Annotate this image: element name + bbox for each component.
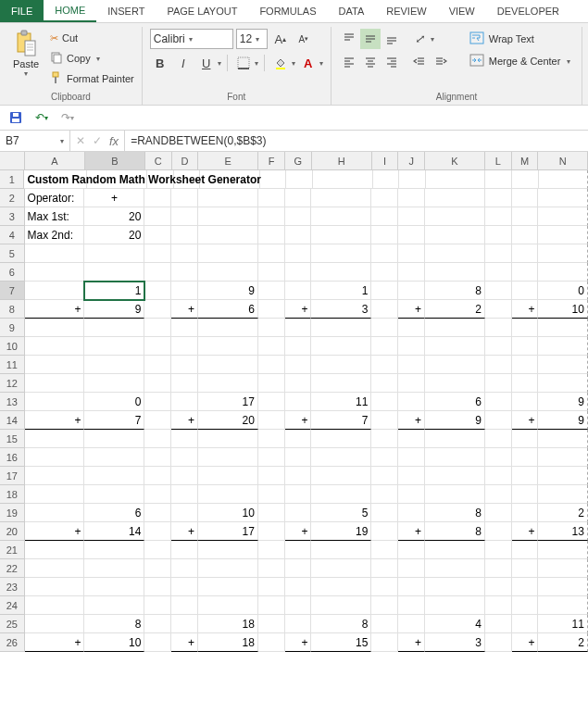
cell-D9[interactable] [171, 319, 198, 337]
col-header-D[interactable]: D [172, 152, 199, 170]
cell-J20[interactable]: + [398, 522, 425, 541]
cell-I1[interactable] [373, 170, 400, 189]
cell-L23[interactable] [485, 578, 512, 596]
cell-L9[interactable] [485, 319, 512, 337]
cell-D25[interactable] [171, 615, 198, 633]
cell-G15[interactable] [285, 430, 312, 448]
cell-A13[interactable] [25, 393, 85, 411]
cell-N12[interactable] [538, 374, 587, 393]
cell-F22[interactable] [258, 559, 285, 578]
cell-M2[interactable] [512, 189, 539, 207]
cell-B18[interactable] [84, 485, 144, 504]
col-header-C[interactable]: C [145, 152, 172, 170]
cell-C13[interactable] [144, 393, 171, 411]
cell-K13[interactable]: 6 [425, 393, 485, 411]
row-header-15[interactable]: 15 [0, 430, 25, 448]
col-header-G[interactable]: G [285, 152, 312, 170]
cell-E2[interactable] [198, 189, 258, 207]
cell-N22[interactable] [538, 559, 587, 578]
cell-N16[interactable] [538, 448, 587, 467]
cell-C2[interactable] [144, 189, 171, 207]
cell-L10[interactable] [485, 337, 512, 356]
cell-I17[interactable] [371, 467, 398, 485]
cell-I8[interactable] [371, 300, 398, 319]
tab-review[interactable]: REVIEW [375, 0, 437, 22]
cell-J3[interactable] [398, 207, 425, 226]
cell-K14[interactable]: 9 [425, 411, 485, 430]
cell-E20[interactable]: 17 [198, 522, 258, 541]
cell-G11[interactable] [285, 356, 312, 374]
cell-F12[interactable] [258, 374, 285, 393]
cell-E11[interactable] [198, 356, 258, 374]
cell-K17[interactable] [425, 467, 485, 485]
insert-function-button[interactable]: fx [109, 134, 119, 148]
align-center-button[interactable] [360, 52, 381, 72]
cell-M16[interactable] [512, 448, 539, 467]
cell-B13[interactable]: 0 [84, 393, 144, 411]
cell-M17[interactable] [512, 467, 539, 485]
cell-K6[interactable] [425, 263, 485, 282]
col-header-B[interactable]: B [85, 152, 145, 170]
cell-N1[interactable] [539, 170, 588, 189]
cell-N19[interactable]: 2 [538, 504, 587, 522]
row-header-10[interactable]: 10 [0, 337, 25, 356]
cell-H5[interactable] [311, 244, 371, 263]
cell-A24[interactable] [25, 596, 85, 615]
cell-F10[interactable] [258, 337, 285, 356]
cell-L6[interactable] [485, 263, 512, 282]
cell-A14[interactable]: + [25, 411, 85, 430]
cell-G16[interactable] [285, 448, 312, 467]
cell-K23[interactable] [425, 578, 485, 596]
cell-D3[interactable] [171, 207, 198, 226]
cell-A2[interactable]: Operator: [25, 189, 85, 207]
cell-N15[interactable] [538, 430, 587, 448]
cell-A17[interactable] [25, 467, 85, 485]
cell-B19[interactable]: 6 [84, 504, 144, 522]
cell-C6[interactable] [144, 263, 171, 282]
cell-K1[interactable] [426, 170, 485, 189]
col-header-M[interactable]: M [512, 152, 539, 170]
cell-H3[interactable] [311, 207, 371, 226]
chevron-down-icon[interactable]: ▾ [24, 69, 28, 78]
cell-E7[interactable]: 9 [198, 282, 258, 300]
cell-L22[interactable] [485, 559, 512, 578]
name-box[interactable]: B7▾ [0, 131, 70, 151]
cell-M13[interactable] [512, 393, 539, 411]
cell-K24[interactable] [425, 596, 485, 615]
increase-indent-button[interactable] [431, 52, 451, 72]
cell-C12[interactable] [144, 374, 171, 393]
cut-button[interactable]: ✂ Cut [50, 29, 134, 47]
row-header-7[interactable]: 7 [0, 282, 25, 300]
cell-F18[interactable] [258, 485, 285, 504]
cell-F25[interactable] [258, 615, 285, 633]
cancel-formula-icon[interactable]: ✕ [76, 134, 85, 147]
cell-M3[interactable] [512, 207, 539, 226]
cell-A6[interactable] [25, 263, 85, 282]
cell-M24[interactable] [512, 596, 539, 615]
cell-B15[interactable] [84, 430, 144, 448]
cell-C16[interactable] [144, 448, 171, 467]
cell-B5[interactable] [84, 244, 144, 263]
cell-G18[interactable] [285, 485, 312, 504]
cell-C22[interactable] [144, 559, 171, 578]
cell-N18[interactable] [538, 485, 587, 504]
cell-I15[interactable] [371, 430, 398, 448]
cell-K5[interactable] [425, 244, 485, 263]
font-name-dropdown[interactable]: Calibri▾ [150, 29, 233, 49]
cell-H20[interactable]: 19 [311, 522, 371, 541]
cell-M6[interactable] [512, 263, 539, 282]
cell-H26[interactable]: 15 [311, 633, 371, 652]
cell-J23[interactable] [398, 578, 425, 596]
cell-J5[interactable] [398, 244, 425, 263]
cell-G10[interactable] [285, 337, 312, 356]
cell-C23[interactable] [144, 578, 171, 596]
cell-D12[interactable] [171, 374, 198, 393]
enter-formula-icon[interactable]: ✓ [93, 134, 102, 147]
cell-J15[interactable] [398, 430, 425, 448]
italic-button[interactable]: I [173, 53, 194, 73]
cell-A3[interactable]: Max 1st: [25, 207, 85, 226]
cell-I22[interactable] [371, 559, 398, 578]
cell-H23[interactable] [311, 578, 371, 596]
cell-M22[interactable] [512, 559, 539, 578]
merge-center-button[interactable]: Merge & Center ▾ [466, 51, 575, 71]
